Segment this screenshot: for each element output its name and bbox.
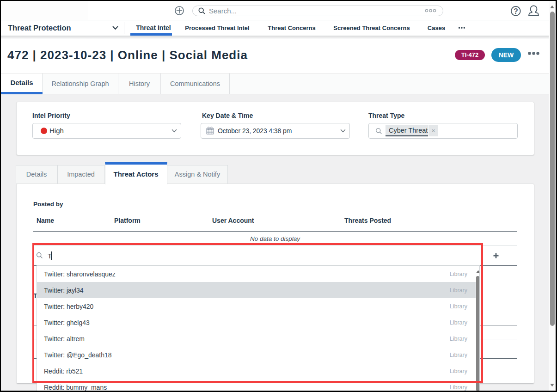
svg-text:?: ?: [514, 7, 518, 15]
